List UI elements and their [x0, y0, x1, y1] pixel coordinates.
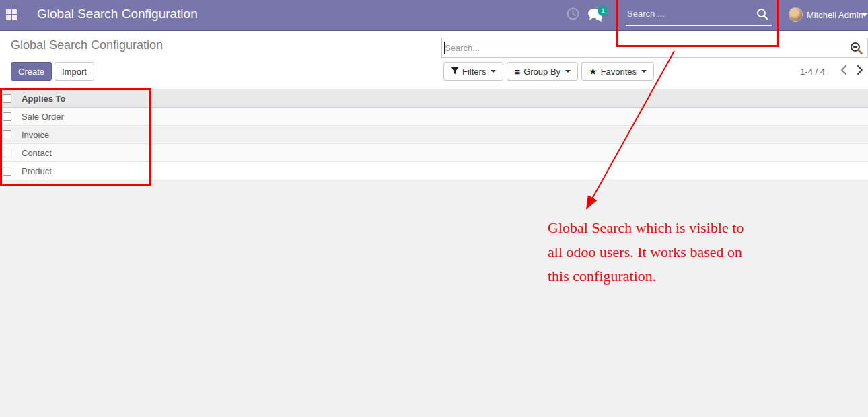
search-options-group: Filters ≡ Group By ★ Favorites [443, 62, 654, 81]
global-search-icon[interactable] [756, 8, 768, 23]
activity-clock-icon[interactable] [567, 7, 579, 23]
favorites-label: Favorites [601, 67, 637, 77]
list-search-bar[interactable] [441, 38, 868, 58]
row-checkbox[interactable] [3, 112, 11, 121]
table-row-invoice[interactable]: Invoice [0, 126, 868, 144]
chevron-down-icon [491, 70, 496, 73]
odoo-global-search-config-page: Global Search Configuration 1 Search ... [0, 0, 868, 417]
annotation-note-line: all odoo users. It works based on [548, 240, 744, 264]
favorites-button[interactable]: ★ Favorites [581, 62, 654, 81]
table-row-product[interactable]: Product [0, 162, 868, 180]
search-minus-icon[interactable] [850, 42, 863, 58]
apps-grid-square [12, 9, 17, 14]
annotation-note-line: Global Search which is visible to [548, 216, 744, 240]
pager: 1-4 / 4 [800, 62, 864, 81]
apps-grid-square [6, 9, 11, 14]
app-title: Global Search Configuration [37, 7, 198, 22]
row-checkbox[interactable] [3, 167, 11, 176]
messages-count-badge[interactable]: 1 [598, 5, 608, 16]
filters-label: Filters [462, 67, 486, 77]
table-header-row[interactable]: Applies To [0, 89, 868, 108]
star-icon: ★ [589, 67, 598, 76]
row-label: Product [22, 166, 52, 176]
list-view: Applies To Sale Order Invoice Contact Pr… [0, 89, 868, 180]
pager-previous-icon[interactable] [840, 65, 847, 78]
breadcrumb-page-title: Global Search Configuration [11, 38, 163, 52]
table-row-sale-order[interactable]: Sale Order [0, 108, 868, 126]
row-checkbox[interactable] [3, 149, 11, 157]
apps-grid-square [6, 15, 11, 20]
control-panel: Global Search Configuration Create Impor… [0, 31, 868, 89]
row-checkbox[interactable] [3, 130, 11, 139]
chevron-down-icon [862, 13, 867, 17]
import-button[interactable]: Import [55, 62, 94, 81]
row-label: Sale Order [22, 112, 64, 122]
filters-button[interactable]: Filters [443, 62, 503, 81]
group-by-label: Group By [523, 67, 560, 77]
select-all-checkbox[interactable] [3, 94, 11, 103]
funnel-icon [451, 67, 459, 77]
chevron-down-icon [641, 70, 647, 73]
create-button[interactable]: Create [11, 62, 52, 81]
apps-grid-square [12, 15, 17, 20]
annotation-note: Global Search which is visible to all od… [548, 216, 744, 289]
pager-next-icon[interactable] [857, 65, 864, 78]
user-avatar [789, 7, 803, 22]
annotation-note-line: this configuration. [548, 264, 744, 289]
text-cursor [444, 42, 445, 54]
hamburger-icon: ≡ [514, 67, 520, 77]
chevron-down-icon [565, 70, 571, 73]
pager-range: 1-4 / 4 [800, 67, 825, 77]
global-search-placeholder: Search ... [627, 9, 665, 19]
table-row-contact[interactable]: Contact [0, 144, 868, 162]
group-by-button[interactable]: ≡ Group By [507, 62, 578, 81]
top-navbar: Global Search Configuration 1 Search ... [0, 0, 868, 31]
list-search-input[interactable] [442, 38, 867, 57]
user-name: Mitchell Admin [807, 10, 863, 20]
row-label: Contact [22, 148, 52, 158]
apps-menu-icon[interactable] [6, 9, 18, 22]
column-header-applies-to: Applies To [22, 93, 65, 104]
global-search-underline [626, 25, 772, 26]
row-label: Invoice [22, 130, 49, 140]
